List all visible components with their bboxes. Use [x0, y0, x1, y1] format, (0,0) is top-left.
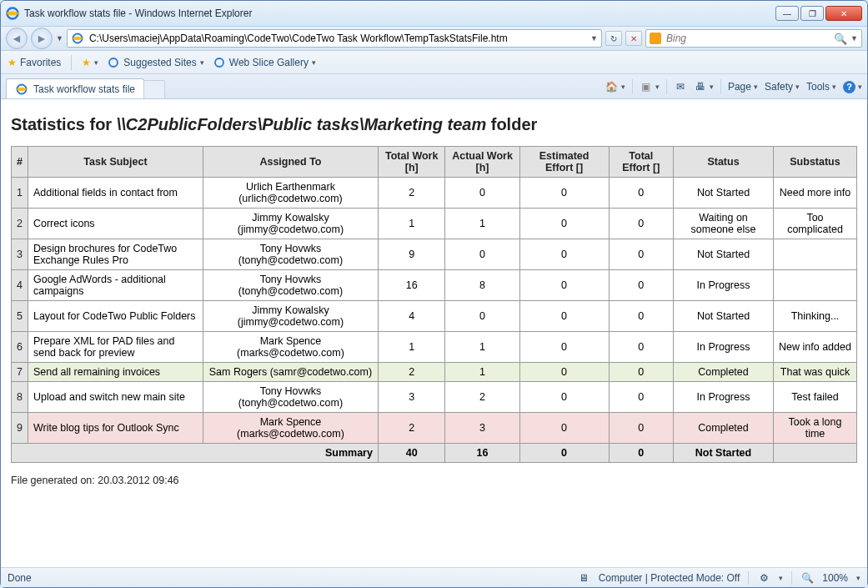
protected-mode-toggle[interactable]: ⚙ — [757, 571, 770, 585]
summary-esteffort: 0 — [519, 444, 609, 463]
status-text: Done — [8, 572, 32, 584]
table-row: 2Correct iconsJimmy Kowalsky(jimmy@codet… — [12, 209, 857, 239]
cell-substatus: That was quick — [774, 363, 857, 382]
cell-toteffort: 0 — [609, 301, 673, 332]
col-assigned: Assigned To — [203, 147, 378, 178]
cell-substatus — [774, 270, 857, 301]
col-esteffort: Estimated Effort [] — [519, 147, 609, 178]
star-icon: ★ — [8, 57, 17, 68]
forward-button[interactable]: ► — [31, 28, 53, 49]
zoom-icon[interactable]: 🔍 — [800, 571, 814, 585]
col-toteffort: Total Effort [] — [609, 147, 673, 178]
col-status: Status — [674, 147, 774, 178]
search-box[interactable]: 🔍 ▼ — [645, 29, 862, 48]
col-index: # — [12, 147, 28, 178]
cell-totalwork: 2 — [378, 413, 445, 444]
favorites-button[interactable]: ★Favorites — [8, 57, 61, 68]
cell-totalwork: 2 — [378, 363, 445, 382]
table-row: 4Google AdWords - additional campaignsTo… — [12, 270, 857, 301]
table-header-row: # Task Subject Assigned To Total Work [h… — [12, 147, 857, 178]
minimize-button[interactable]: — — [775, 6, 799, 21]
window-title: Task workflow stats file - Windows Inter… — [24, 8, 775, 19]
favorites-bar: ★Favorites ★▾ Suggested Sites▾ Web Slice… — [1, 51, 867, 74]
cell-subject: Write blog tips for Outlook Sync — [28, 413, 203, 444]
cell-assigned: Mark Spence(marks@codetwo.com) — [203, 332, 378, 363]
cell-assigned: Tony Hovwks(tonyh@codetwo.com) — [203, 270, 378, 301]
svg-point-3 — [73, 37, 83, 40]
rss-icon: ▣ — [640, 80, 653, 93]
cell-esteffort: 0 — [519, 363, 609, 382]
cell-toteffort: 0 — [609, 332, 673, 363]
help-button[interactable]: ?▾ — [843, 81, 862, 93]
safety-menu[interactable]: Safety ▾ — [765, 81, 800, 93]
mail-icon: ✉ — [674, 80, 687, 93]
cell-totalwork: 16 — [378, 270, 445, 301]
table-row: 1Additional fields in contact fromUrlich… — [12, 178, 857, 209]
cell-subject: Google AdWords - additional campaigns — [28, 270, 203, 301]
stop-button[interactable]: ✕ — [625, 31, 642, 46]
home-button[interactable]: 🏠▾ — [605, 80, 625, 93]
cell-subject: Correct icons — [28, 209, 203, 239]
history-dropdown[interactable]: ▼ — [56, 34, 63, 43]
print-button[interactable]: 🖶▾ — [694, 80, 714, 93]
cell-esteffort: 0 — [519, 301, 609, 332]
active-tab[interactable]: Task workflow stats file — [6, 78, 144, 98]
cell-esteffort: 0 — [519, 382, 609, 413]
cell-index: 6 — [12, 332, 28, 363]
svg-point-4 — [109, 58, 118, 67]
cell-assigned: Urlich Earthenmark(urlich@codetwo.com) — [203, 178, 378, 209]
help-icon: ? — [843, 81, 855, 93]
cell-totalwork: 4 — [378, 301, 445, 332]
cell-subject: Additional fields in contact from — [28, 178, 203, 209]
add-favorite-button[interactable]: ★▾ — [82, 57, 98, 68]
zoom-dropdown[interactable]: ▾ — [856, 574, 860, 582]
address-bar[interactable]: ▼ — [67, 29, 602, 48]
cell-assigned: Tony Hovwks(tonyh@codetwo.com) — [203, 382, 378, 413]
page-menu[interactable]: Page ▾ — [728, 81, 758, 93]
tools-menu[interactable]: Tools ▾ — [806, 81, 836, 93]
cell-substatus — [774, 239, 857, 270]
suggested-sites-button[interactable]: Suggested Sites▾ — [107, 56, 203, 69]
cell-status: In Progress — [674, 382, 774, 413]
cell-esteffort: 0 — [519, 332, 609, 363]
cell-index: 3 — [12, 239, 28, 270]
cell-status: In Progress — [674, 332, 774, 363]
search-input[interactable] — [665, 32, 830, 45]
feeds-button[interactable]: ▣▾ — [640, 80, 660, 93]
safety-menu-label: Safety — [765, 81, 793, 93]
svg-point-7 — [17, 87, 27, 90]
table-row: 3Design brochures for CodeTwo Exchange R… — [12, 239, 857, 270]
maximize-button[interactable]: ❐ — [800, 6, 824, 21]
ie-icon — [6, 7, 19, 20]
search-go-icon[interactable]: 🔍 — [834, 33, 847, 45]
cell-actualwork: 8 — [445, 270, 519, 301]
cell-status: Completed — [674, 363, 774, 382]
cell-subject: Layout for CodeTwo Public Folders — [28, 301, 203, 332]
browser-window: Task workflow stats file - Windows Inter… — [0, 0, 868, 588]
cell-toteffort: 0 — [609, 209, 673, 239]
tab-favicon — [15, 83, 28, 96]
back-button[interactable]: ◄ — [6, 28, 28, 49]
cell-totalwork: 1 — [378, 209, 445, 239]
favorites-label: Favorites — [20, 57, 61, 68]
address-input[interactable] — [88, 32, 587, 45]
zone-icon: 🖥 — [577, 571, 590, 585]
new-tab-button[interactable] — [143, 80, 165, 98]
cell-totalwork: 1 — [378, 332, 445, 363]
read-mail-button[interactable]: ✉ — [674, 80, 687, 93]
search-dropdown[interactable]: ▼ — [850, 34, 858, 43]
cell-totalwork: 3 — [378, 382, 445, 413]
cell-esteffort: 0 — [519, 209, 609, 239]
cell-index: 5 — [12, 301, 28, 332]
address-dropdown[interactable]: ▼ — [590, 34, 598, 43]
refresh-button[interactable]: ↻ — [605, 31, 622, 46]
suggested-label: Suggested Sites — [123, 57, 196, 68]
web-slice-button[interactable]: Web Slice Gallery▾ — [213, 56, 316, 69]
cell-actualwork: 0 — [445, 239, 519, 270]
stats-table: # Task Subject Assigned To Total Work [h… — [11, 146, 857, 463]
cell-toteffort: 0 — [609, 382, 673, 413]
bing-icon — [650, 33, 661, 44]
close-button[interactable]: ✕ — [825, 6, 862, 21]
summary-row: Summary401600Not Started — [12, 444, 857, 463]
cell-index: 1 — [12, 178, 28, 209]
